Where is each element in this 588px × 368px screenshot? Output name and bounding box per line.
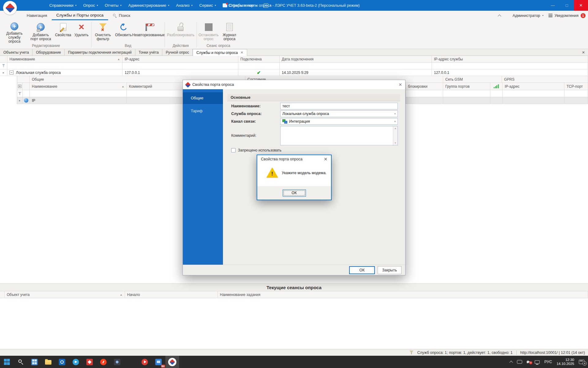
filter-cell[interactable]	[238, 63, 280, 69]
column-header-service-ip[interactable]: IP-адрес службы	[432, 56, 588, 62]
tray-volume[interactable]: ✕	[527, 360, 530, 363]
add-poll-service-button[interactable]: + Добавить службу опроса	[1, 21, 28, 44]
taskbar-clock[interactable]: 12:30 14.10.2025	[556, 358, 574, 366]
taskbar-outlook[interactable]	[55, 356, 69, 368]
sessions-column-object[interactable]: Объект учета▲	[5, 291, 125, 298]
select-all-cell[interactable]	[17, 83, 23, 90]
stop-poll-button[interactable]: Остановить опрос	[198, 21, 220, 44]
quick-access-menu[interactable]: ✕▾	[260, 0, 275, 11]
detail-column-tcp-port[interactable]: TCP-порт	[564, 83, 588, 90]
filter-cell[interactable]	[564, 90, 588, 97]
taskbar-messenger[interactable]	[69, 356, 83, 368]
filter-cell[interactable]	[7, 63, 123, 69]
filter-cell[interactable]	[490, 90, 503, 97]
comment-textarea[interactable]: ▲ ▼	[280, 126, 398, 145]
service-row[interactable]: ▸ −Локальная служба опроса 127.0.0.1 ✔ 1…	[0, 69, 588, 76]
refresh-button[interactable]: Обновить	[114, 21, 133, 44]
ribbon-tab-search[interactable]: Поиск	[108, 11, 135, 20]
menu-opros[interactable]: Опрос▾	[80, 0, 101, 11]
taskbar-file-explorer[interactable]	[41, 356, 55, 368]
close-button[interactable]: ✕	[574, 0, 588, 11]
ribbon-tab-services-ports[interactable]: Службы и Порты опроса	[52, 11, 108, 20]
taskbar-media-app[interactable]	[138, 356, 152, 368]
tray-network[interactable]	[535, 360, 540, 364]
column-header-ip[interactable]: IP-адрес	[123, 56, 238, 62]
filter-cell[interactable]	[123, 63, 238, 69]
name-input[interactable]	[280, 103, 398, 109]
column-header-connect-date[interactable]: Дата подключения	[280, 56, 432, 62]
filter-cell[interactable]	[406, 90, 443, 97]
dialog-ok-button[interactable]: ОК	[349, 266, 375, 274]
dialog-nav-tariff[interactable]: Тариф	[183, 105, 223, 117]
taskbar-camera-app[interactable]: 64	[152, 356, 165, 368]
delete-button[interactable]: ✕ Удалить	[72, 21, 91, 44]
menu-servis[interactable]: Сервис▾	[196, 0, 220, 11]
detail-column-signal[interactable]	[490, 83, 503, 90]
taskbar-contacts[interactable]	[124, 356, 138, 368]
menu-otchety[interactable]: Отчеты▾	[101, 0, 125, 11]
sessions-column-start[interactable]: Начало	[125, 291, 218, 298]
detail-column-ip[interactable]: IP-адрес	[503, 83, 564, 90]
tab-services-ports[interactable]: Службы и порты опроса✕	[193, 49, 247, 56]
messagebox-ok-button[interactable]: ОК	[283, 190, 306, 197]
filter-cell[interactable]	[280, 63, 432, 69]
collapse-row-icon[interactable]: −	[9, 71, 13, 75]
scrollbar[interactable]: ▲ ▼	[393, 126, 398, 145]
tab-accounting-objects[interactable]: Объекты учета	[0, 49, 32, 56]
scroll-down-icon[interactable]: ▼	[394, 142, 397, 144]
menu-administrirovanie[interactable]: Администрирование▾	[125, 0, 173, 11]
filter-cell[interactable]	[432, 63, 588, 69]
properties-button[interactable]: Свойства	[54, 21, 72, 44]
scroll-up-icon[interactable]: ▲	[394, 127, 397, 130]
dialog-title-bar[interactable]: Свойства порта опроса ✕	[183, 80, 405, 89]
dialog-nav-general[interactable]: Общие	[183, 92, 223, 104]
tab-equipment[interactable]: Оборудование	[32, 49, 65, 56]
add-poll-port-button[interactable]: + Добавить порт опроса	[28, 21, 54, 44]
dialog-close-icon[interactable]: ✕	[398, 82, 402, 87]
column-header-name[interactable]: Наименование▲	[7, 56, 123, 62]
taskbar-app-grid[interactable]	[28, 356, 41, 368]
close-tab-icon[interactable]: ✕	[240, 51, 243, 55]
collapse-ribbon-icon[interactable]	[498, 14, 501, 18]
detail-column-port-group[interactable]: Группа портов	[443, 83, 490, 90]
taskbar-lers-app[interactable]	[165, 356, 179, 368]
tab-metering-points[interactable]: Точки учёта	[135, 49, 162, 56]
menu-spravochniki[interactable]: Справочники▾	[46, 0, 80, 11]
action-center-button[interactable]: 4	[579, 360, 584, 364]
column-header-connected[interactable]: Подключена	[238, 56, 280, 62]
filter-cell[interactable]	[503, 90, 564, 97]
dialog-close-button[interactable]: Закрыть	[378, 266, 401, 274]
notifications-button[interactable]: Уведомления 1	[548, 13, 586, 18]
detail-column-blocking[interactable]: блокировки	[406, 83, 443, 90]
channel-combobox[interactable]: Интеграция ▾	[280, 118, 398, 125]
messagebox-title-bar[interactable]: Свойства порта опроса ✕	[257, 155, 331, 163]
menu-oformlenie[interactable]: Оформление▾	[219, 0, 260, 11]
unlock-button[interactable]: Разблокировать	[165, 21, 196, 44]
start-button[interactable]	[0, 356, 14, 368]
filter-cell[interactable]	[443, 90, 490, 97]
forbidden-checkbox[interactable]	[231, 148, 236, 152]
language-indicator[interactable]: РУС	[544, 360, 552, 364]
tray-expand-button[interactable]	[510, 360, 512, 364]
tray-camera[interactable]	[517, 360, 522, 364]
user-menu[interactable]: Администратор ▾	[506, 13, 544, 18]
taskbar-yandex[interactable]	[96, 356, 110, 368]
sessions-column-task[interactable]: Наименование задания	[218, 291, 588, 298]
filter-cell[interactable]	[30, 90, 127, 97]
minimize-button[interactable]: —	[546, 0, 560, 11]
close-all-tabs-icon[interactable]: ✕	[582, 50, 585, 55]
taskbar-red-app[interactable]	[83, 356, 96, 368]
taskbar-search-button[interactable]	[14, 356, 28, 368]
menu-analiz[interactable]: Анализ▾	[173, 0, 196, 11]
unauthorized-button[interactable]: Неавторизованные	[133, 21, 164, 44]
app-logo[interactable]	[3, 1, 17, 15]
taskbar-dark-app[interactable]	[110, 356, 124, 368]
poll-service-combobox[interactable]: Локальная служба опроса ▾	[280, 110, 398, 117]
maximize-button[interactable]: □	[560, 0, 574, 11]
detail-column-name[interactable]: Наименование▲	[30, 83, 127, 90]
poll-journal-button[interactable]: Журнал опроса	[220, 21, 239, 44]
tab-manual-poll[interactable]: Ручной опрос	[162, 49, 193, 56]
messagebox-close-icon[interactable]: ✕	[324, 157, 327, 162]
clear-filter-button[interactable]: ✕ Очистить фильтр	[92, 21, 114, 44]
ribbon-tab-navigation[interactable]: Навигация	[22, 11, 52, 20]
